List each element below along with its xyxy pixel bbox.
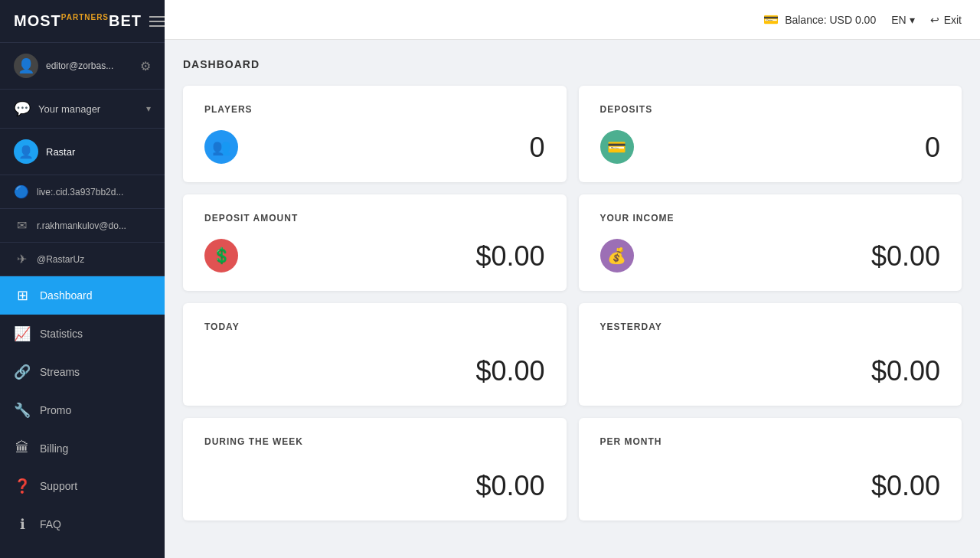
deposits-icon: 💳 [600, 130, 634, 164]
card-deposit-amount: DEPOSIT AMOUNT 💲 $0.00 [183, 194, 567, 291]
manager-section[interactable]: 💬 Your manager ▾ [0, 90, 165, 129]
topbar: 💳 Balance: USD 0.00 EN ▾ ↩ Exit [165, 0, 980, 40]
sidebar-item-streams[interactable]: 🔗 Streams [0, 353, 165, 391]
sidebar-item-statistics[interactable]: 📈 Statistics [0, 315, 165, 353]
dashboard-cards: PLAYERS 👥 0 DEPOSITS 💳 0 [183, 86, 962, 520]
billing-icon: 🏛 [14, 440, 31, 456]
sidebar-item-label: Statistics [40, 328, 83, 340]
card-title-yesterday: YESTERDAY [600, 321, 941, 332]
logo-sub: PARTNERS [61, 13, 109, 21]
streams-icon: 🔗 [14, 364, 31, 380]
sidebar-item-billing[interactable]: 🏛 Billing [0, 429, 165, 467]
contact-skype[interactable]: 🔵 live:.cid.3a937bb2d... [0, 175, 165, 209]
your-income-icon: 💰 [600, 239, 634, 272]
card-title-deposit-amount: DEPOSIT AMOUNT [204, 213, 298, 224]
telegram-icon: ✈ [14, 252, 29, 266]
during-the-week-value: $0.00 [204, 470, 545, 502]
faq-icon: ℹ [14, 516, 31, 533]
your-income-value: $0.00 [871, 240, 940, 272]
card-per-month: PER MONTH $0.00 [579, 418, 962, 520]
card-your-income: YOUR INCOME 💰 $0.00 [579, 194, 962, 291]
skype-icon: 🔵 [14, 184, 29, 199]
sidebar-item-label: Support [40, 480, 77, 492]
telegram-label: @RastarUz [37, 254, 84, 265]
language-selector[interactable]: EN ▾ [891, 14, 914, 26]
card-title-per-month: PER MONTH [600, 436, 941, 447]
sidebar-profile[interactable]: 👤 Rastar [0, 129, 165, 175]
contact-email[interactable]: ✉ r.rakhmankulov@do... [0, 209, 165, 243]
manager-label: Your manager [38, 103, 139, 115]
user-section: 👤 editor@zorbas... ⚙ [0, 43, 165, 90]
sidebar-item-label: FAQ [40, 518, 61, 530]
manager-icon: 💬 [14, 100, 31, 117]
today-value: $0.00 [204, 355, 545, 387]
card-header-players: PLAYERS [204, 104, 545, 115]
support-icon: ❓ [14, 478, 31, 494]
hamburger-menu[interactable] [149, 16, 165, 27]
balance-section: 💳 Balance: USD 0.00 [763, 12, 876, 27]
main-area: 💳 Balance: USD 0.00 EN ▾ ↩ Exit DASHBOAR… [165, 0, 980, 558]
statistics-icon: 📈 [14, 325, 31, 342]
profile-avatar: 👤 [14, 139, 38, 164]
balance-icon: 💳 [763, 12, 779, 27]
exit-button[interactable]: ↩ Exit [930, 14, 962, 26]
card-body-players: 👥 0 [204, 130, 545, 164]
dashboard-icon: ⊞ [14, 287, 31, 304]
contact-telegram[interactable]: ✈ @RastarUz [0, 243, 165, 276]
card-title-players: PLAYERS [204, 104, 253, 115]
promo-icon: 🔧 [14, 402, 31, 419]
page-title: DASHBOARD [183, 58, 962, 70]
language-label: EN [891, 14, 906, 26]
chevron-down-icon: ▾ [910, 14, 915, 26]
card-header-deposit-amount: DEPOSIT AMOUNT [204, 213, 545, 224]
sidebar-item-promo[interactable]: 🔧 Promo [0, 391, 165, 429]
chevron-down-icon: ▾ [146, 103, 151, 114]
sidebar-item-support[interactable]: ❓ Support [0, 467, 165, 505]
avatar: 👤 [14, 54, 38, 78]
deposit-amount-icon: 💲 [204, 239, 238, 272]
profile-name: Rastar [46, 146, 75, 158]
yesterday-value: $0.00 [600, 355, 941, 387]
sidebar-item-faq[interactable]: ℹ FAQ [0, 505, 165, 543]
card-yesterday: YESTERDAY $0.00 [579, 303, 962, 406]
email-label: r.rakhmankulov@do... [37, 220, 126, 231]
sidebar-item-label: Dashboard [40, 289, 93, 302]
gear-icon[interactable]: ⚙ [140, 59, 151, 73]
sidebar-item-label: Promo [40, 404, 71, 416]
sidebar-logo-row: MOSTPARTNERSBET [0, 0, 165, 43]
balance-label: Balance: USD 0.00 [785, 14, 876, 26]
card-body-deposits: 💳 0 [600, 130, 941, 164]
card-title-deposits: DEPOSITS [600, 104, 653, 115]
content-area: DASHBOARD PLAYERS 👥 0 DEPOSITS 💳 [165, 40, 980, 558]
deposit-amount-value: $0.00 [475, 240, 544, 272]
card-title-during-the-week: DURING THE WEEK [204, 436, 545, 447]
email-icon: ✉ [14, 218, 29, 233]
deposits-value: 0 [925, 132, 940, 164]
user-email: editor@zorbas... [46, 60, 132, 71]
sidebar-item-dashboard[interactable]: ⊞ Dashboard [0, 276, 165, 315]
exit-label: Exit [944, 14, 962, 26]
exit-icon: ↩ [930, 14, 939, 26]
skype-label: live:.cid.3a937bb2d... [37, 187, 123, 197]
sidebar-item-label: Billing [40, 442, 68, 455]
card-title-today: TODAY [204, 321, 545, 332]
card-during-the-week: DURING THE WEEK $0.00 [183, 418, 567, 520]
players-icon: 👥 [204, 130, 238, 164]
card-title-your-income: YOUR INCOME [600, 213, 675, 224]
card-today: TODAY $0.00 [183, 303, 567, 406]
players-value: 0 [529, 132, 544, 164]
per-month-value: $0.00 [600, 470, 941, 502]
card-deposits: DEPOSITS 💳 0 [579, 86, 962, 182]
card-header-deposits: DEPOSITS [600, 104, 941, 115]
card-body-your-income: 💰 $0.00 [600, 239, 941, 272]
card-header-your-income: YOUR INCOME [600, 213, 941, 224]
logo: MOSTPARTNERSBET [14, 12, 142, 30]
sidebar: MOSTPARTNERSBET 👤 editor@zorbas... ⚙ 💬 Y… [0, 0, 165, 558]
card-body-deposit-amount: 💲 $0.00 [204, 239, 545, 272]
card-players: PLAYERS 👥 0 [183, 86, 567, 182]
sidebar-item-label: Streams [40, 366, 80, 378]
